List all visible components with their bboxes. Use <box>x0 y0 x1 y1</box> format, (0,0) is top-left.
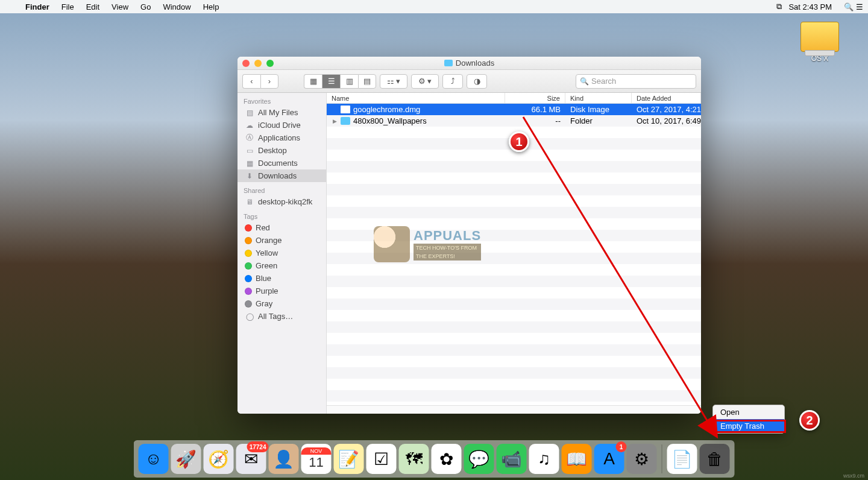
dock-document[interactable]: 📄 <box>667 444 697 474</box>
file-row[interactable]: googlechrome.dmg66.1 MBDisk ImageOct 27,… <box>327 104 701 115</box>
menu-view[interactable]: View <box>105 2 134 11</box>
sidebar-item-label: Documents <box>258 159 298 168</box>
view-icons[interactable]: ▦ <box>304 74 322 89</box>
app-menu[interactable]: Finder <box>19 2 55 11</box>
col-name[interactable]: Name <box>327 93 505 103</box>
notification-center-icon[interactable]: ☰ <box>850 2 862 11</box>
sidebar-all-tags[interactable]: ◯ All Tags… <box>237 310 326 323</box>
launchpad-icon: 🚀 <box>175 449 197 469</box>
file-size: 66.1 MB <box>505 105 565 114</box>
col-size[interactable]: Size <box>505 93 565 103</box>
dock-calendar[interactable]: NOV11 <box>301 444 332 474</box>
search-placeholder: Search <box>591 77 616 86</box>
share-button[interactable]: ⤴ <box>442 74 463 89</box>
file-name: googlechrome.dmg <box>353 105 420 114</box>
sidebar-item-desktop[interactable]: ▭Desktop <box>237 144 326 157</box>
dock-notes[interactable]: 📝 <box>334 444 364 474</box>
tag-dot-icon <box>245 250 252 257</box>
sidebar-item-all-my-files[interactable]: ▤All My Files <box>237 106 326 119</box>
sidebar-item-label: Gray <box>256 299 272 308</box>
sidebar-tag-green[interactable]: Green <box>237 259 326 272</box>
watermark-brand: APPUALS <box>414 228 481 244</box>
sidebar-tag-orange[interactable]: Orange <box>237 234 326 247</box>
dock-preferences[interactable]: ⚙ <box>627 444 657 474</box>
titlebar[interactable]: Downloads <box>237 57 701 70</box>
menu-help[interactable]: Help <box>197 2 225 11</box>
dock-itunes[interactable]: ♫ <box>529 444 559 474</box>
empty-row <box>327 310 701 321</box>
arrange-button[interactable]: ⚏ ▾ <box>380 74 407 89</box>
disclosure-triangle[interactable]: ▶ <box>332 118 338 124</box>
nav-forward[interactable]: › <box>260 74 278 89</box>
watermark-tag2: THE EXPERTS! <box>414 252 481 261</box>
annotation-badge-2: 2 <box>799 410 820 431</box>
empty-row <box>327 333 701 344</box>
airplay-icon[interactable]: ⧉ <box>770 2 782 11</box>
col-date[interactable]: Date Added <box>632 93 701 103</box>
sidebar-tag-purple[interactable]: Purple <box>237 285 326 297</box>
dock-ibooks[interactable]: 📖 <box>562 444 592 474</box>
empty-row <box>327 150 701 161</box>
empty-row <box>327 264 701 276</box>
empty-row <box>327 195 701 207</box>
view-list[interactable]: ☰ <box>322 74 340 89</box>
empty-row <box>327 298 701 310</box>
dock-reminders[interactable]: ☑ <box>366 444 397 474</box>
file-row[interactable]: ▶480x800_Wallpapers--FolderOct 10, 2017,… <box>327 115 701 127</box>
dock-appstore[interactable]: A1 <box>594 444 624 474</box>
sidebar-shared-desktop-kikq2fk[interactable]: 🖥desktop-kikq2fk <box>237 195 326 208</box>
sidebar-tag-gray[interactable]: Gray <box>237 297 326 310</box>
dock-photos[interactable]: ✿ <box>432 444 462 474</box>
toolbar: ‹ › ▦ ☰ ▥ ▤ ⚏ ▾ ⚙ ▾ ⤴ ◑ 🔍 Search <box>237 70 701 93</box>
action-button[interactable]: ⚙ ▾ <box>411 74 439 89</box>
dock-maps[interactable]: 🗺 <box>399 444 429 474</box>
dock-contacts[interactable]: 👤 <box>269 444 299 474</box>
dock-badge: 17724 <box>247 441 269 452</box>
sidebar-tag-blue[interactable]: Blue <box>237 272 326 285</box>
sidebar-item-icloud-drive[interactable]: ☁iCloud Drive <box>237 119 326 131</box>
sidebar-item-documents[interactable]: ▦Documents <box>237 157 326 169</box>
appstore-icon: A <box>603 449 615 469</box>
facetime-icon: 📹 <box>501 449 522 469</box>
nav-back[interactable]: ‹ <box>242 74 260 89</box>
sidebar-item-applications[interactable]: ⒶApplications <box>237 131 326 144</box>
dock-facetime[interactable]: 📹 <box>497 444 527 474</box>
window-minimize[interactable] <box>254 60 262 67</box>
menu-window[interactable]: Window <box>157 2 197 11</box>
file-kind: Folder <box>565 116 632 125</box>
col-kind[interactable]: Kind <box>565 93 632 103</box>
dock-messages[interactable]: 💬 <box>464 444 494 474</box>
sidebar-item-downloads[interactable]: ⬇Downloads <box>237 169 326 182</box>
dock-safari[interactable]: 🧭 <box>204 444 234 474</box>
sidebar-item-label: Applications <box>258 133 300 142</box>
window-close[interactable] <box>242 60 250 67</box>
spotlight-icon[interactable]: 🔍 <box>838 2 850 11</box>
dock-mail[interactable]: ✉17724 <box>236 444 266 474</box>
drive-icon <box>800 22 839 52</box>
dock-trash[interactable]: 🗑 <box>700 444 730 474</box>
empty-row <box>327 321 701 333</box>
sidebar-item-label: Blue <box>256 274 271 283</box>
desktop-drive[interactable]: OS X <box>796 22 844 63</box>
horizontal-scrollbar[interactable] <box>327 405 701 414</box>
sidebar-icon: ☁ <box>245 121 254 130</box>
tags-button[interactable]: ◑ <box>467 74 487 89</box>
file-date: Oct 27, 2017, 4:21 <box>632 105 701 114</box>
safari-icon: 🧭 <box>208 449 229 469</box>
view-gallery[interactable]: ▤ <box>358 74 376 89</box>
clock[interactable]: Sat 2:43 PM <box>782 2 838 11</box>
dock-launchpad[interactable]: 🚀 <box>171 444 201 474</box>
watermark-icon <box>374 226 410 262</box>
sidebar-icon: ▤ <box>245 109 254 117</box>
ctx-open[interactable]: Open <box>713 405 784 419</box>
menu-go[interactable]: Go <box>134 2 157 11</box>
window-zoom[interactable] <box>266 60 274 67</box>
view-columns[interactable]: ▥ <box>340 74 358 89</box>
menu-file[interactable]: File <box>55 2 80 11</box>
menu-edit[interactable]: Edit <box>80 2 105 11</box>
sidebar-tag-yellow[interactable]: Yellow <box>237 247 326 259</box>
dock-finder[interactable]: ☺ <box>139 444 169 474</box>
sidebar-tag-red[interactable]: Red <box>237 221 326 234</box>
empty-row <box>327 287 701 298</box>
search-field[interactable]: 🔍 Search <box>576 74 696 89</box>
